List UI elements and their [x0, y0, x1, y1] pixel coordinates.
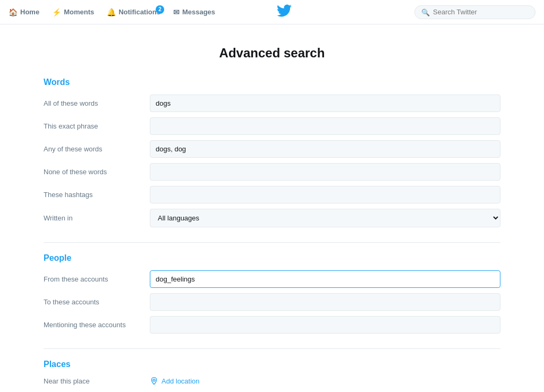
places-section-title: Places	[44, 360, 500, 369]
none-words-row: None of these words	[44, 163, 500, 181]
search-bar[interactable]	[414, 5, 536, 19]
hashtags-row: These hashtags	[44, 186, 500, 203]
exact-phrase-input-wrap	[150, 117, 500, 135]
words-section: Words All of these words This exact phra…	[44, 78, 500, 227]
add-location-button[interactable]: Add location	[150, 377, 200, 385]
search-input[interactable]	[433, 8, 529, 16]
any-words-row: Any of these words	[44, 140, 500, 158]
to-accounts-label: To these accounts	[44, 298, 150, 306]
none-words-input-wrap	[150, 163, 500, 181]
to-accounts-input[interactable]	[150, 293, 500, 311]
nav-messages[interactable]: Messages	[173, 8, 215, 16]
navbar: Home Moments 2 Notifications Messages	[0, 0, 544, 24]
all-words-label: All of these words	[44, 99, 150, 107]
exact-phrase-label: This exact phrase	[44, 122, 150, 130]
divider-1	[44, 242, 500, 243]
from-accounts-label: From these accounts	[44, 275, 150, 283]
exact-phrase-input[interactable]	[150, 117, 500, 135]
all-words-input[interactable]	[150, 95, 500, 112]
mentioning-accounts-input[interactable]	[150, 316, 500, 334]
nav-messages-label: Messages	[182, 8, 215, 16]
from-accounts-input-wrap	[150, 270, 500, 288]
words-section-title: Words	[44, 78, 500, 87]
exact-phrase-row: This exact phrase	[44, 117, 500, 135]
any-words-input[interactable]	[150, 140, 500, 158]
nav-notifications[interactable]: 2 Notifications	[107, 8, 160, 16]
language-select-wrap: All languages	[150, 209, 500, 227]
bell-icon	[107, 8, 116, 16]
near-place-row: Near this place Add location	[44, 377, 500, 385]
add-location-label: Add location	[162, 377, 200, 385]
mentioning-accounts-row: Mentioning these accounts	[44, 316, 500, 334]
hashtags-input[interactable]	[150, 186, 500, 203]
add-location-wrap: Add location	[150, 377, 500, 385]
nav-left: Home Moments 2 Notifications Messages	[8, 8, 215, 16]
written-in-label: Written in	[44, 214, 150, 222]
hashtags-input-wrap	[150, 186, 500, 203]
mentioning-accounts-label: Mentioning these accounts	[44, 321, 150, 329]
all-words-row: All of these words	[44, 95, 500, 112]
near-place-label: Near this place	[44, 377, 150, 385]
people-section-title: People	[44, 253, 500, 263]
divider-2	[44, 348, 500, 349]
nav-home-label: Home	[20, 8, 39, 16]
notification-badge-count: 2	[156, 5, 164, 14]
places-section: Places Near this place Add location	[44, 360, 500, 385]
all-words-input-wrap	[150, 95, 500, 112]
to-accounts-input-wrap	[150, 293, 500, 311]
page-title: Advanced search	[44, 46, 500, 61]
nav-moments[interactable]: Moments	[52, 8, 94, 16]
nav-home[interactable]: Home	[8, 8, 39, 16]
any-words-input-wrap	[150, 140, 500, 158]
home-icon	[8, 8, 18, 16]
nav-moments-label: Moments	[64, 8, 94, 16]
from-accounts-input[interactable]	[150, 270, 500, 288]
none-words-input[interactable]	[150, 163, 500, 181]
hashtags-label: These hashtags	[44, 191, 150, 199]
svg-point-0	[153, 379, 155, 381]
nav-notifications-label: Notifications	[118, 8, 160, 16]
main-content: Advanced search Words All of these words…	[33, 24, 511, 392]
people-section: People From these accounts To these acco…	[44, 253, 500, 334]
none-words-label: None of these words	[44, 168, 150, 176]
nav-right	[414, 5, 536, 19]
any-words-label: Any of these words	[44, 145, 150, 153]
mail-icon	[173, 8, 180, 16]
location-icon	[150, 377, 158, 385]
mentioning-accounts-input-wrap	[150, 316, 500, 334]
language-select[interactable]: All languages	[150, 209, 500, 227]
from-accounts-row: From these accounts	[44, 270, 500, 288]
written-in-row: Written in All languages	[44, 209, 500, 227]
moments-icon	[52, 8, 61, 16]
search-nav-icon	[421, 8, 430, 16]
to-accounts-row: To these accounts	[44, 293, 500, 311]
twitter-logo	[277, 3, 292, 21]
